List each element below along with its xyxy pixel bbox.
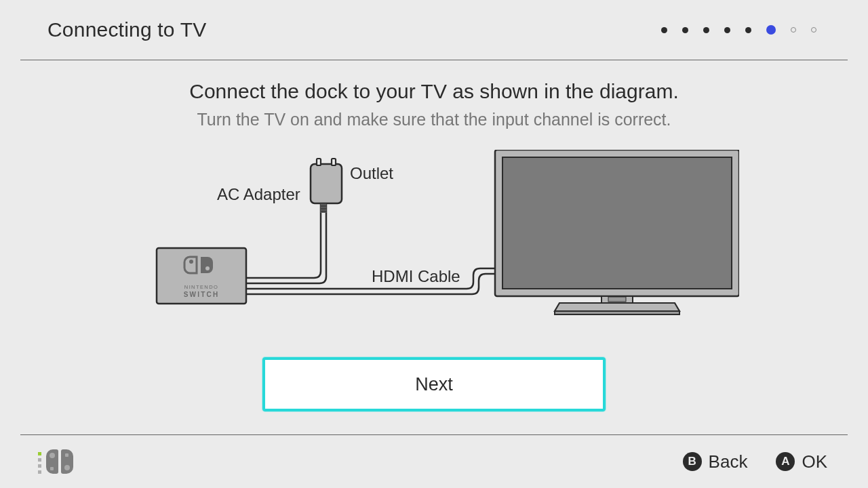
- svg-rect-1: [317, 159, 321, 165]
- back-label: Back: [709, 451, 748, 472]
- progress-dot: [745, 27, 751, 33]
- svg-rect-2: [332, 159, 336, 165]
- switch-dock-icon: NINTENDO SWITCH: [157, 248, 246, 304]
- svg-point-6: [205, 266, 210, 270]
- svg-point-5: [189, 260, 193, 264]
- footer-bar: B Back A OK: [0, 435, 868, 488]
- divider: [20, 60, 848, 60]
- tv-icon: [495, 150, 739, 314]
- page-title: Connecting to TV: [47, 18, 206, 41]
- progress-dot: [811, 27, 816, 33]
- progress-dot: [703, 27, 709, 33]
- progress-dots: [661, 25, 821, 35]
- header-bar: Connecting to TV: [0, 0, 868, 60]
- ac-adapter-icon: [311, 159, 342, 213]
- joycon-icon: [38, 449, 77, 474]
- svg-rect-12: [608, 297, 626, 302]
- progress-dot: [791, 27, 796, 33]
- next-button-wrap: Next: [265, 360, 603, 409]
- progress-dot-current: [766, 25, 776, 35]
- content-area: Connect the dock to your TV as shown in …: [0, 75, 868, 427]
- ac-adapter-label: AC Adapter: [217, 185, 300, 204]
- instruction-subheading: Turn the TV on and make sure that the in…: [197, 110, 671, 129]
- svg-text:SWITCH: SWITCH: [184, 291, 220, 298]
- instruction-heading: Connect the dock to your TV as shown in …: [189, 80, 679, 103]
- outlet-label: Outlet: [350, 164, 393, 183]
- svg-rect-10: [502, 157, 732, 289]
- back-hint[interactable]: B Back: [683, 451, 748, 472]
- b-button-icon: B: [683, 452, 702, 471]
- controller-indicator: [38, 449, 77, 474]
- svg-rect-13: [555, 311, 679, 314]
- hdmi-cable-label: HDMI Cable: [372, 267, 460, 286]
- svg-rect-0: [311, 164, 342, 203]
- connection-diagram: Outlet AC Adapter HDMI Cable: [129, 150, 739, 340]
- a-button-icon: A: [776, 452, 795, 471]
- next-button[interactable]: Next: [265, 360, 603, 409]
- ok-label: OK: [802, 451, 827, 472]
- progress-dot: [724, 27, 730, 33]
- progress-dot: [682, 27, 688, 33]
- svg-text:NINTENDO: NINTENDO: [184, 284, 218, 290]
- ok-hint[interactable]: A OK: [776, 451, 827, 472]
- footer-hints: B Back A OK: [683, 451, 827, 472]
- progress-dot: [661, 27, 667, 33]
- diagram-svg: NINTENDO SWITCH: [129, 150, 739, 340]
